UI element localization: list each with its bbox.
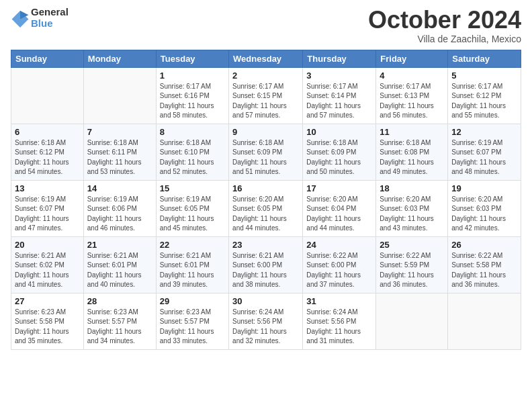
day-number: 22 — [160, 240, 225, 250]
day-number: 9 — [232, 127, 299, 137]
weekday-row: SundayMondayTuesdayWednesdayThursdayFrid… — [11, 50, 521, 67]
calendar-cell: 10Sunrise: 6:18 AM Sunset: 6:09 PM Dayli… — [303, 124, 376, 180]
calendar-cell: 28Sunrise: 6:23 AM Sunset: 5:57 PM Dayli… — [83, 293, 156, 349]
calendar-body: 1Sunrise: 6:17 AM Sunset: 6:16 PM Daylig… — [11, 67, 521, 349]
day-info: Sunrise: 6:20 AM Sunset: 6:04 PM Dayligh… — [306, 195, 372, 234]
day-number: 26 — [451, 240, 517, 250]
day-info: Sunrise: 6:22 AM Sunset: 6:00 PM Dayligh… — [306, 251, 372, 290]
day-number: 30 — [232, 296, 299, 306]
day-number: 23 — [232, 240, 299, 250]
day-info: Sunrise: 6:24 AM Sunset: 5:56 PM Dayligh… — [306, 308, 372, 347]
calendar-cell: 22Sunrise: 6:21 AM Sunset: 6:01 PM Dayli… — [156, 236, 228, 293]
week-row-4: 20Sunrise: 6:21 AM Sunset: 6:02 PM Dayli… — [11, 236, 521, 293]
day-number: 20 — [15, 240, 80, 250]
calendar-cell: 11Sunrise: 6:18 AM Sunset: 6:08 PM Dayli… — [376, 124, 448, 180]
day-number: 14 — [87, 183, 152, 193]
day-number: 31 — [306, 296, 372, 306]
calendar-cell: 3Sunrise: 6:17 AM Sunset: 6:14 PM Daylig… — [303, 67, 376, 124]
week-row-2: 6Sunrise: 6:18 AM Sunset: 6:12 PM Daylig… — [11, 124, 521, 180]
calendar-cell: 7Sunrise: 6:18 AM Sunset: 6:11 PM Daylig… — [83, 124, 156, 180]
day-number: 15 — [160, 183, 225, 193]
calendar-cell: 25Sunrise: 6:22 AM Sunset: 5:59 PM Dayli… — [376, 236, 448, 293]
day-number: 7 — [87, 127, 152, 137]
day-info: Sunrise: 6:17 AM Sunset: 6:13 PM Dayligh… — [380, 82, 444, 121]
day-number: 2 — [232, 71, 299, 81]
calendar-cell: 27Sunrise: 6:23 AM Sunset: 5:58 PM Dayli… — [11, 293, 84, 349]
week-row-5: 27Sunrise: 6:23 AM Sunset: 5:58 PM Dayli… — [11, 293, 521, 349]
calendar-page: General Blue October 2024 Villa de Zaach… — [0, 0, 532, 411]
logo-general-text: General — [31, 7, 69, 18]
header: General Blue October 2024 Villa de Zaach… — [11, 7, 521, 44]
day-number: 16 — [232, 183, 299, 193]
day-number: 19 — [451, 183, 517, 193]
calendar-cell: 19Sunrise: 6:20 AM Sunset: 6:03 PM Dayli… — [448, 180, 521, 236]
day-info: Sunrise: 6:18 AM Sunset: 6:08 PM Dayligh… — [380, 138, 444, 177]
day-info: Sunrise: 6:17 AM Sunset: 6:16 PM Dayligh… — [160, 82, 225, 121]
day-info: Sunrise: 6:23 AM Sunset: 5:57 PM Dayligh… — [87, 308, 152, 347]
calendar-cell: 5Sunrise: 6:17 AM Sunset: 6:12 PM Daylig… — [448, 67, 521, 124]
calendar-cell: 21Sunrise: 6:21 AM Sunset: 6:01 PM Dayli… — [83, 236, 156, 293]
day-number: 3 — [306, 71, 372, 81]
day-info: Sunrise: 6:23 AM Sunset: 5:58 PM Dayligh… — [15, 308, 80, 347]
calendar-cell: 13Sunrise: 6:19 AM Sunset: 6:07 PM Dayli… — [11, 180, 84, 236]
calendar-cell: 15Sunrise: 6:19 AM Sunset: 6:05 PM Dayli… — [156, 180, 228, 236]
day-info: Sunrise: 6:21 AM Sunset: 6:02 PM Dayligh… — [15, 251, 80, 290]
week-row-1: 1Sunrise: 6:17 AM Sunset: 6:16 PM Daylig… — [11, 67, 521, 124]
day-info: Sunrise: 6:17 AM Sunset: 6:14 PM Dayligh… — [306, 82, 372, 121]
day-info: Sunrise: 6:21 AM Sunset: 6:01 PM Dayligh… — [160, 251, 225, 290]
day-info: Sunrise: 6:20 AM Sunset: 6:03 PM Dayligh… — [451, 195, 517, 234]
calendar-cell: 4Sunrise: 6:17 AM Sunset: 6:13 PM Daylig… — [376, 67, 448, 124]
day-number: 18 — [380, 183, 444, 193]
day-number: 12 — [451, 127, 517, 137]
weekday-header-friday: Friday — [376, 50, 448, 67]
weekday-header-tuesday: Tuesday — [156, 50, 228, 67]
calendar-cell: 12Sunrise: 6:19 AM Sunset: 6:07 PM Dayli… — [448, 124, 521, 180]
calendar-cell: 2Sunrise: 6:17 AM Sunset: 6:15 PM Daylig… — [229, 67, 303, 124]
day-number: 24 — [306, 240, 372, 250]
day-info: Sunrise: 6:22 AM Sunset: 5:59 PM Dayligh… — [380, 251, 444, 290]
day-number: 28 — [87, 296, 152, 306]
logo-icon — [11, 9, 30, 28]
weekday-header-thursday: Thursday — [303, 50, 376, 67]
weekday-header-sunday: Sunday — [11, 50, 84, 67]
day-number: 10 — [306, 127, 372, 137]
day-number: 6 — [15, 127, 80, 137]
day-number: 5 — [451, 71, 517, 81]
logo: General Blue — [11, 7, 69, 29]
day-info: Sunrise: 6:19 AM Sunset: 6:07 PM Dayligh… — [15, 195, 80, 234]
weekday-header-monday: Monday — [83, 50, 156, 67]
week-row-3: 13Sunrise: 6:19 AM Sunset: 6:07 PM Dayli… — [11, 180, 521, 236]
day-info: Sunrise: 6:19 AM Sunset: 6:05 PM Dayligh… — [160, 195, 225, 234]
day-info: Sunrise: 6:23 AM Sunset: 5:57 PM Dayligh… — [160, 308, 225, 347]
day-number: 27 — [15, 296, 80, 306]
weekday-header-wednesday: Wednesday — [229, 50, 303, 67]
calendar-cell: 24Sunrise: 6:22 AM Sunset: 6:00 PM Dayli… — [303, 236, 376, 293]
calendar-cell: 9Sunrise: 6:18 AM Sunset: 6:09 PM Daylig… — [229, 124, 303, 180]
calendar-cell: 16Sunrise: 6:20 AM Sunset: 6:05 PM Dayli… — [229, 180, 303, 236]
day-number: 11 — [380, 127, 444, 137]
calendar-cell — [448, 293, 521, 349]
calendar-cell: 26Sunrise: 6:22 AM Sunset: 5:58 PM Dayli… — [448, 236, 521, 293]
day-info: Sunrise: 6:22 AM Sunset: 5:58 PM Dayligh… — [451, 251, 517, 290]
calendar-cell: 23Sunrise: 6:21 AM Sunset: 6:00 PM Dayli… — [229, 236, 303, 293]
logo-text: General Blue — [31, 7, 69, 29]
calendar-cell: 29Sunrise: 6:23 AM Sunset: 5:57 PM Dayli… — [156, 293, 228, 349]
day-number: 1 — [160, 71, 225, 81]
logo-blue-text: Blue — [31, 18, 69, 30]
day-info: Sunrise: 6:20 AM Sunset: 6:05 PM Dayligh… — [232, 195, 299, 234]
calendar-cell: 1Sunrise: 6:17 AM Sunset: 6:16 PM Daylig… — [156, 67, 228, 124]
day-info: Sunrise: 6:18 AM Sunset: 6:11 PM Dayligh… — [87, 138, 152, 177]
month-title: October 2024 — [368, 7, 521, 34]
calendar-cell: 14Sunrise: 6:19 AM Sunset: 6:06 PM Dayli… — [83, 180, 156, 236]
day-info: Sunrise: 6:18 AM Sunset: 6:10 PM Dayligh… — [160, 138, 225, 177]
calendar-cell: 31Sunrise: 6:24 AM Sunset: 5:56 PM Dayli… — [303, 293, 376, 349]
calendar-cell — [11, 67, 84, 124]
day-info: Sunrise: 6:17 AM Sunset: 6:15 PM Dayligh… — [232, 82, 299, 121]
day-info: Sunrise: 6:19 AM Sunset: 6:07 PM Dayligh… — [451, 138, 517, 177]
day-number: 21 — [87, 240, 152, 250]
weekday-header-saturday: Saturday — [448, 50, 521, 67]
day-number: 29 — [160, 296, 225, 306]
day-number: 8 — [160, 127, 225, 137]
day-number: 4 — [380, 71, 444, 81]
calendar-cell: 8Sunrise: 6:18 AM Sunset: 6:10 PM Daylig… — [156, 124, 228, 180]
